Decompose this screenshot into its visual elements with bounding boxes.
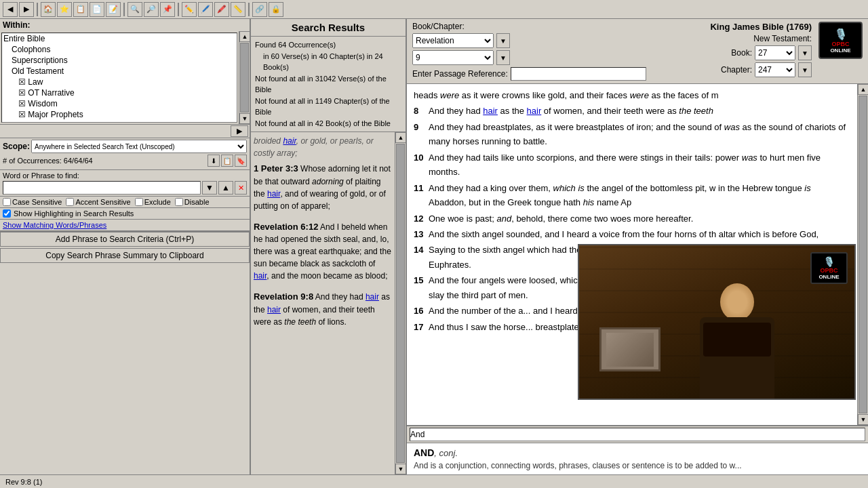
bible-scroll-up[interactable]: ▲ <box>858 84 868 95</box>
expand-btn[interactable]: ▶ <box>231 125 248 137</box>
hair-link-3[interactable]: hair <box>254 271 267 281</box>
copy-summary-btn[interactable]: Copy Search Phrase Summary to Clipboard <box>0 248 250 263</box>
chapter-expand-btn[interactable]: ▼ <box>496 50 510 65</box>
results-scroll-down[interactable]: ▼ <box>395 464 406 474</box>
link-btn[interactable]: 🔗 <box>252 2 267 17</box>
zoom-btn[interactable]: 🔎 <box>144 2 159 17</box>
chapter-select[interactable]: 9 <box>412 50 494 65</box>
accent-sensitive-option[interactable]: Accent Sensitive <box>66 198 130 206</box>
results-scroll-up[interactable]: ▲ <box>395 132 406 143</box>
case-sensitive-checkbox[interactable] <box>3 198 11 206</box>
disable-option[interactable]: Disable <box>175 198 210 206</box>
tree-wisdom[interactable]: ☒ Wisdom <box>2 98 237 109</box>
result-rev612-ref[interactable]: Revelation 6:12 <box>254 222 318 232</box>
home-btn[interactable]: 🏠 <box>41 2 56 17</box>
highlight-checkbox[interactable] <box>3 209 11 218</box>
back-btn[interactable]: ◀ <box>3 2 18 17</box>
scope-select[interactable]: Anywhere in Selected Search Text (Unscop… <box>31 140 247 153</box>
verse-13-text: And the sixth angel sounded, and I heard… <box>429 227 850 241</box>
phrase-input[interactable] <box>3 181 201 195</box>
highlight-btn[interactable]: 🖍️ <box>214 2 229 17</box>
accent-sensitive-label: Accent Sensitive <box>75 198 130 206</box>
word-input[interactable]: And <box>410 428 865 441</box>
hair-link-4[interactable]: hair <box>366 292 379 302</box>
book-num-label: Book: <box>731 48 752 58</box>
match-words-label[interactable]: Show Matching Words/Phrases <box>3 221 106 229</box>
chapter-num-expand-btn[interactable]: ▼ <box>798 62 812 77</box>
tree-scroll-up[interactable]: ▲ <box>239 31 250 42</box>
verse-10-text: And they had tails like unto scorpions, … <box>429 150 850 180</box>
search-results-panel: Search Results Found 64 Occurrence(s) in… <box>251 19 407 474</box>
exclude-option[interactable]: Exclude <box>135 198 171 206</box>
edit-btn[interactable]: 📝 <box>106 2 121 17</box>
verse-11-num: 11 <box>414 181 426 210</box>
right-top-controls: Book/Chapter: Revelation ▼ 9 ▼ <box>407 19 868 84</box>
hair-link-2[interactable]: hair <box>267 189 280 199</box>
stat-1: Found 64 Occurrence(s) <box>255 39 401 51</box>
phrase-down-btn[interactable]: ▼ <box>202 181 217 195</box>
opbc-online-text: ONLINE <box>830 47 850 54</box>
testament-row: New Testament: <box>753 34 812 43</box>
tree-ot-narrative[interactable]: ☒ OT Narrative <box>2 87 237 98</box>
ruler-btn[interactable]: 📏 <box>231 2 245 17</box>
book-select-row: Revelation ▼ <box>412 33 646 48</box>
search-btn[interactable]: 🔍 <box>127 2 142 17</box>
tree-entire-bible[interactable]: Entire Bible <box>2 33 237 44</box>
tree-old-testament[interactable]: Old Testament <box>2 66 237 77</box>
pencil-btn[interactable]: ✏️ <box>182 2 197 17</box>
occ-icon2[interactable]: 📋 <box>221 155 233 167</box>
verse-9-text: And they had breastplates, as it were br… <box>429 120 850 149</box>
book-num-select[interactable]: 27 <box>755 45 795 60</box>
verse-17-num: 17 <box>414 320 426 334</box>
opbc-logo[interactable]: 🎙️ OPBC ONLINE <box>818 22 863 59</box>
results-scrollbar[interactable]: ▲ ▼ <box>395 132 406 474</box>
exclude-checkbox[interactable] <box>135 198 143 206</box>
within-label: Within: <box>0 19 250 31</box>
phrase-clear-btn[interactable]: ✕ <box>235 181 247 195</box>
case-sensitive-option[interactable]: Case Sensitive <box>3 198 62 206</box>
scope-section: Scope: Anywhere in Selected Search Text … <box>0 138 250 169</box>
hair-blue-2[interactable]: hair <box>527 106 542 116</box>
hair-blue-1[interactable]: hair <box>483 106 498 116</box>
book-expand-btn[interactable]: ▼ <box>496 33 510 48</box>
disable-checkbox[interactable] <box>175 198 183 206</box>
occ-icon3[interactable]: 🔖 <box>235 155 247 167</box>
bible-info-section: King James Bible (1769) New Testament: B… <box>710 22 812 77</box>
tree-scroll-down[interactable]: ▼ <box>239 113 250 124</box>
hair-link-5[interactable]: hair <box>267 305 281 314</box>
tree-colophons[interactable]: Colophons <box>2 44 237 55</box>
occurrences-text: # of Occurrences: 64/64/64 <box>3 157 93 165</box>
tree-superscriptions[interactable]: Superscriptions <box>2 55 237 66</box>
verse-8-num: 8 <box>414 104 426 118</box>
video-opbc-text: OPBC <box>820 267 837 274</box>
accent-sensitive-checkbox[interactable] <box>66 198 74 206</box>
phrase-label: Word or Phrase to find: <box>3 171 247 180</box>
bible-scrollbar[interactable]: ▲ ▼ <box>857 84 868 425</box>
bookmark-btn[interactable]: ⭐ <box>57 2 72 17</box>
verse-10-num: 10 <box>414 150 426 180</box>
lock-btn[interactable]: 🔒 <box>269 2 283 17</box>
search-results-title: Search Results <box>251 19 406 37</box>
chapter-num-select[interactable]: 247 <box>755 62 795 77</box>
add-phrase-btn[interactable]: Add Phrase to Search Criteria (Ctrl+P) <box>0 232 250 247</box>
tree-scrollbar[interactable]: ▲ ▼ <box>239 31 250 124</box>
book-num-expand-btn[interactable]: ▼ <box>798 45 812 60</box>
book-select[interactable]: Revelation <box>412 33 494 48</box>
pen-btn[interactable]: 🖊️ <box>198 2 213 17</box>
occ-icon1[interactable]: ⬇ <box>208 155 220 167</box>
chapter-select-row: 9 ▼ <box>412 50 646 65</box>
phrase-up-btn[interactable]: ▲ <box>218 181 233 195</box>
copy-btn[interactable]: 📋 <box>73 2 88 17</box>
result-rev98-ref[interactable]: Revelation 9:8 <box>254 291 313 302</box>
hair-link-1[interactable]: hair <box>283 136 296 146</box>
video-online-text: ONLINE <box>818 274 839 280</box>
bible-scroll-down[interactable]: ▼ <box>858 414 868 425</box>
main-toolbar: ◀ ▶ 🏠 ⭐ 📋 📄 📝 🔍 🔎 📌 ✏️ 🖊️ 🖍️ 📏 🔗 🔒 <box>0 0 868 19</box>
open-btn[interactable]: 📄 <box>90 2 104 17</box>
pin-btn[interactable]: 📌 <box>160 2 175 17</box>
result-1peter-ref[interactable]: 1 Peter 3:3 <box>254 163 298 174</box>
forward-btn[interactable]: ▶ <box>19 2 34 17</box>
passage-input[interactable] <box>511 67 646 81</box>
tree-major-prophets[interactable]: ☒ Major Prophets <box>2 109 237 120</box>
tree-law[interactable]: ☒ Law <box>2 77 237 87</box>
